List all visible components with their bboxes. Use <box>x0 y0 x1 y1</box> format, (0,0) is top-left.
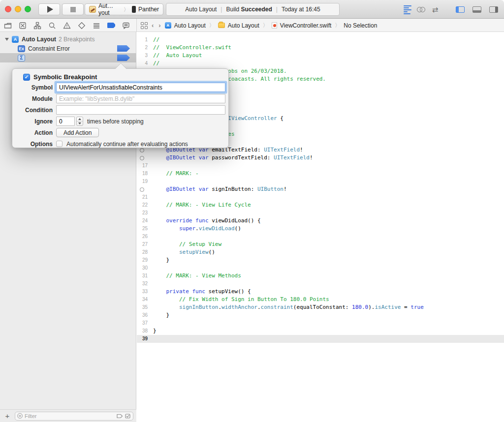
line-number[interactable]: 26 <box>137 233 150 241</box>
related-items-icon[interactable] <box>141 22 148 29</box>
code-line-text[interactable]: private func setupView() { <box>150 288 251 296</box>
line-number[interactable]: 27 <box>137 241 150 248</box>
code-line-text[interactable] <box>150 162 153 170</box>
code-line-text[interactable]: // <box>150 36 159 44</box>
code-line-text[interactable]: override func viewDidLoad() { <box>150 217 261 225</box>
line-number[interactable]: 23 <box>137 209 150 217</box>
module-input[interactable] <box>56 94 225 103</box>
symbol-input[interactable] <box>56 83 225 92</box>
line-number[interactable]: 22 <box>137 201 150 209</box>
zoom-window-button[interactable] <box>25 6 31 12</box>
breakpoint-group-row[interactable]: A Auto Layout 2 Breakpoints <box>0 34 136 44</box>
breadcrumb-group[interactable]: Auto Layout <box>228 22 259 29</box>
line-number[interactable]: 28 <box>137 248 150 256</box>
line-number[interactable]: 18 <box>137 170 150 178</box>
outlet-indicator[interactable] <box>137 154 150 162</box>
code-line[interactable]: 39 <box>137 335 504 343</box>
code-line-text[interactable]: // Auto Layout <box>150 52 202 60</box>
code-line[interactable]: 3// Auto Layout <box>137 52 504 60</box>
code-line[interactable]: 34 // Fix Width of Sign in Button To 180… <box>137 296 504 303</box>
code-line-text[interactable]: // MARK: - <box>150 170 199 178</box>
ignore-stepper[interactable] <box>76 117 83 126</box>
minimize-window-button[interactable] <box>15 6 21 12</box>
code-line-text[interactable] <box>150 209 153 217</box>
code-line[interactable]: 35 signInButton.widthAnchor.constraint(e… <box>137 303 504 311</box>
toggle-debug-area-button[interactable] <box>470 4 484 15</box>
breakpoint-scope-icon[interactable] <box>117 414 123 419</box>
standard-editor-button[interactable] <box>401 4 414 15</box>
breakpoint-row-exception[interactable]: Ex Constraint Error <box>0 44 136 53</box>
code-line[interactable]: 22 // MARK: - View Life Cycle <box>137 201 504 209</box>
filter-input[interactable] <box>25 413 115 419</box>
ignore-count-input[interactable] <box>56 117 75 126</box>
debug-navigator-icon[interactable] <box>93 22 100 30</box>
code-line[interactable]: @IBOutlet var signInButton: UIButton! <box>137 185 504 193</box>
code-line-text[interactable]: setupView() <box>150 248 215 256</box>
find-navigator-icon[interactable] <box>48 22 56 30</box>
code-line[interactable]: 31 // MARK: - View Methods <box>137 272 504 280</box>
line-number[interactable]: 29 <box>137 256 150 264</box>
line-number[interactable]: 30 <box>137 264 150 272</box>
enabled-scope-icon[interactable] <box>125 414 131 419</box>
breakpoint-enabled-checkbox[interactable]: ✓ <box>23 74 30 81</box>
code-line-text[interactable]: // Setup View <box>150 241 221 248</box>
line-number[interactable]: 33 <box>137 288 150 296</box>
code-line-text[interactable]: } <box>150 327 157 335</box>
breadcrumb-project[interactable]: Auto Layout <box>174 22 206 29</box>
code-line-text[interactable]: // <box>150 60 159 67</box>
breadcrumb-file[interactable]: ViewController.swift <box>280 22 331 29</box>
line-number[interactable]: 25 <box>137 225 150 233</box>
code-line-text[interactable]: // Fix Width of Sign in Button To 180.0 … <box>150 296 329 303</box>
filter-field[interactable] <box>15 412 133 421</box>
test-navigator-icon[interactable] <box>78 22 86 30</box>
code-line-text[interactable]: } <box>150 256 169 264</box>
breadcrumb-selection[interactable]: No Selection <box>344 22 377 29</box>
code-line-text[interactable] <box>150 280 153 288</box>
code-line[interactable]: 33 private func setupView() { <box>137 288 504 296</box>
code-line-text[interactable]: super.viewDidLoad() <box>150 225 241 233</box>
code-line[interactable]: 27 // Setup View <box>137 241 504 248</box>
code-line-text[interactable] <box>150 264 153 272</box>
code-line[interactable]: 26 <box>137 233 504 241</box>
line-number[interactable]: 35 <box>137 303 150 311</box>
outlet-indicator[interactable] <box>137 185 150 193</box>
line-number[interactable]: 19 <box>137 178 150 185</box>
code-line[interactable]: 38} <box>137 327 504 335</box>
code-line-text[interactable]: // MARK: - View Methods <box>150 272 241 280</box>
code-line[interactable]: 23 <box>137 209 504 217</box>
disclosure-triangle-icon[interactable] <box>5 38 9 41</box>
source-control-navigator-icon[interactable] <box>19 22 27 30</box>
line-number[interactable]: 4 <box>137 60 150 67</box>
auto-continue-checkbox[interactable] <box>56 141 63 147</box>
line-number[interactable]: 3 <box>137 52 150 60</box>
report-navigator-icon[interactable] <box>122 22 130 30</box>
go-forward-button[interactable]: › <box>158 22 161 29</box>
outlet-circle-icon[interactable] <box>140 187 144 192</box>
line-number[interactable]: 21 <box>137 193 150 201</box>
add-action-button[interactable]: Add Action <box>56 128 99 137</box>
code-line[interactable]: 19 <box>137 178 504 185</box>
code-line-text[interactable]: // ViewController.swift <box>150 44 231 52</box>
code-line-text[interactable]: // MARK: - View Life Cycle <box>150 201 251 209</box>
code-line-text[interactable]: signInButton.widthAnchor.constraint(equa… <box>150 303 424 311</box>
code-line-text[interactable] <box>150 233 153 241</box>
code-line[interactable]: 29 } <box>137 256 504 264</box>
code-line[interactable]: 21 <box>137 193 504 201</box>
line-number[interactable]: 1 <box>137 36 150 44</box>
stop-button[interactable] <box>62 3 84 15</box>
project-navigator-icon[interactable] <box>4 22 12 30</box>
code-line[interactable]: 18 // MARK: - <box>137 170 504 178</box>
add-breakpoint-button[interactable]: + <box>0 412 15 420</box>
code-line[interactable]: 4// <box>137 60 504 67</box>
code-line[interactable]: 25 super.viewDidLoad() <box>137 225 504 233</box>
scheme-selector[interactable]: Aut…yout 〉 Panther <box>85 3 163 15</box>
code-line[interactable]: 24 override func viewDidLoad() { <box>137 217 504 225</box>
close-window-button[interactable] <box>5 6 11 12</box>
line-number[interactable]: 32 <box>137 280 150 288</box>
line-number[interactable]: 31 <box>137 272 150 280</box>
condition-input[interactable] <box>56 105 225 115</box>
line-number[interactable]: 38 <box>137 327 150 335</box>
go-back-button[interactable]: ‹ <box>151 22 155 29</box>
breakpoint-enabled-toggle[interactable] <box>117 55 130 61</box>
code-line-text[interactable] <box>150 319 153 327</box>
